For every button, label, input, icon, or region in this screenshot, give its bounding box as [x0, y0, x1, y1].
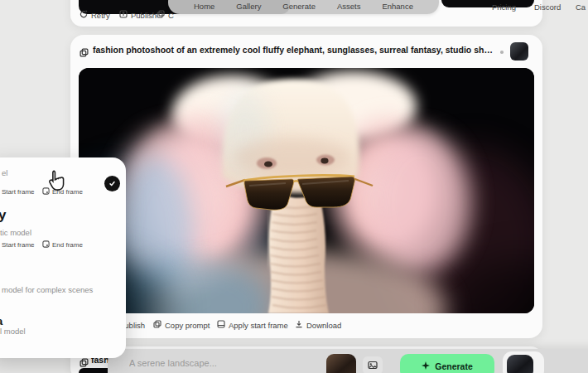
top-right-video-thumbnail[interactable]	[441, 0, 534, 7]
model-2-title-fragment: y	[0, 207, 6, 224]
copy-prompt-label: Copy prompt	[165, 321, 210, 330]
nav-enhance[interactable]: Enhance	[382, 2, 413, 11]
retry-label: Retry	[91, 11, 110, 20]
apply-start-frame-label: Apply start frame	[229, 321, 288, 330]
app-page: { "nav": { "items": ["Home", "Gallery", …	[0, 0, 588, 373]
nav-assets[interactable]: Assets	[337, 2, 361, 11]
start-frame-badge: Start frame	[0, 240, 35, 249]
model-option-3[interactable]: model for complex scenes	[0, 274, 126, 298]
creator-avatar[interactable]	[510, 42, 528, 61]
end-frame-icon	[42, 240, 50, 249]
reference-image-thumbnail[interactable]	[326, 354, 356, 373]
download-label: Download	[306, 321, 341, 330]
model-option-4[interactable]: a l model	[0, 313, 126, 343]
cursor-pointer-icon	[46, 169, 67, 197]
prompt-input[interactable]	[129, 358, 320, 368]
user-avatar-thumbnail[interactable]	[507, 355, 533, 373]
model-4-subtitle-fragment: l model	[0, 327, 26, 336]
copy-icon	[153, 320, 161, 330]
nav-pricing[interactable]: Pricing	[492, 2, 516, 12]
start-frame-label: Start frame	[2, 241, 35, 249]
end-frame-label: End frame	[52, 241, 83, 249]
nav-home[interactable]: Home	[194, 2, 214, 11]
copy-prompt-button[interactable]: Copy prompt	[153, 320, 210, 330]
copy-prompt-button-top[interactable]: C	[157, 10, 174, 20]
image-frames-icon	[368, 358, 378, 373]
generation-prompt[interactable]: fashion photoshoot of an extremely cool …	[93, 45, 495, 55]
download-button[interactable]: Download	[295, 320, 341, 330]
end-frame-badge: End frame	[42, 240, 83, 249]
retry-icon	[80, 10, 88, 20]
nav-discord[interactable]: Discord	[534, 2, 561, 12]
publish-icon	[119, 10, 128, 20]
model-2-subtitle-fragment: tic model	[0, 228, 31, 237]
copy-icon	[157, 10, 165, 20]
nav-generate[interactable]: Generate	[282, 2, 316, 11]
prompt-menu-dot[interactable]	[500, 51, 504, 54]
selected-check-icon	[104, 176, 120, 191]
retry-button[interactable]: Retry	[80, 10, 110, 20]
sparkle-icon	[422, 361, 430, 371]
generated-video[interactable]	[79, 68, 534, 313]
main-navbar: Home Gallery Generate Assets Enhance	[168, 0, 439, 14]
download-icon	[295, 320, 303, 330]
publish-button-top[interactable]: Publish	[119, 10, 157, 20]
nav-careers-cut[interactable]: Ca	[576, 2, 586, 12]
start-frame-label: Start frame	[2, 188, 35, 196]
user-pill[interactable]	[503, 351, 544, 373]
frame-settings-button[interactable]	[363, 356, 383, 373]
prompt-copy-icon[interactable]	[80, 46, 89, 61]
elephant-artwork	[79, 68, 534, 313]
generate-bar: Generate	[108, 349, 588, 373]
frame-icon	[217, 320, 225, 330]
generate-label: Generate	[435, 361, 473, 371]
start-frame-badge: Start frame	[0, 187, 35, 196]
model-1-subtitle-fragment: el	[2, 168, 7, 177]
generate-button[interactable]: Generate	[400, 354, 494, 373]
publish-label-top: Publish	[131, 11, 157, 20]
model-option-2[interactable]: y tic model Start frame End frame	[0, 206, 126, 255]
model-3-subtitle-fragment: model for complex scenes	[2, 285, 93, 294]
nav-gallery[interactable]: Gallery	[236, 2, 261, 11]
apply-start-frame-button[interactable]: Apply start frame	[217, 320, 288, 330]
model-4-title-fragment: a	[0, 315, 2, 327]
